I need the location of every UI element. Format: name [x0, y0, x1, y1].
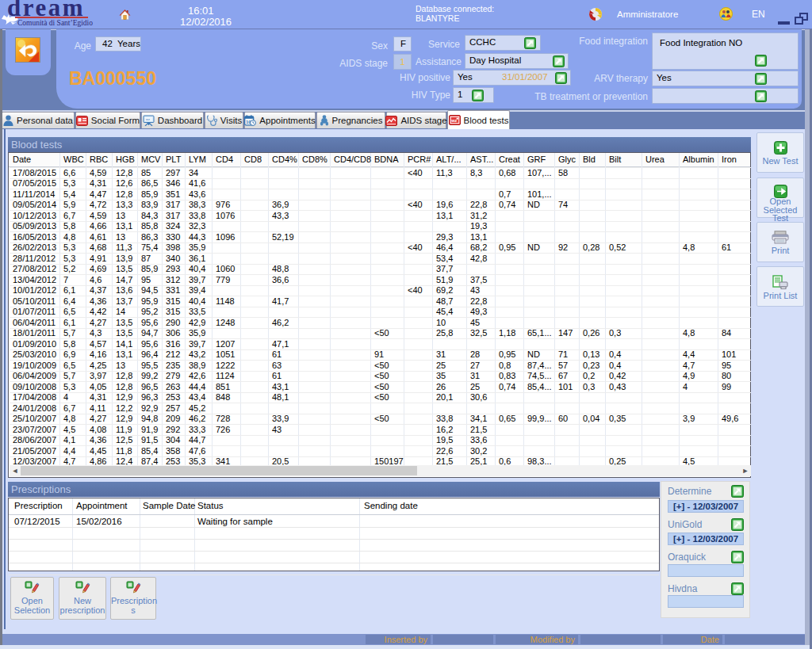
- svg-text:wz: wz: [450, 118, 457, 123]
